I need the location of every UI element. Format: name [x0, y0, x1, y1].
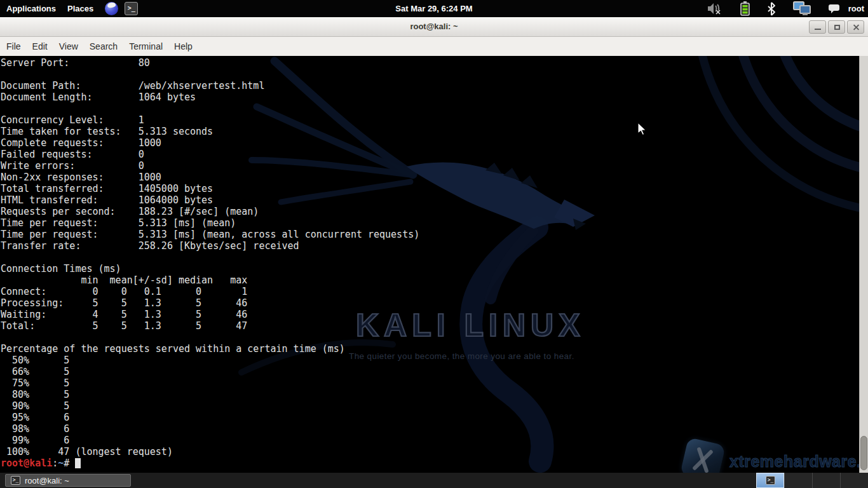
- places-menu[interactable]: Places: [62, 4, 98, 13]
- terminal-content[interactable]: Server Port: 80 Document Path: /web/xhse…: [0, 56, 868, 473]
- terminal-task-icon: >_: [11, 476, 20, 485]
- prompt-colon: :: [52, 458, 58, 469]
- workspace-window-icon: >_: [766, 476, 775, 485]
- menu-help[interactable]: Help: [168, 41, 198, 51]
- terminal-window: root@kali: ~ File Edit View Search Termi…: [0, 17, 868, 473]
- menu-view[interactable]: View: [53, 41, 84, 51]
- workspace-switcher: >_: [756, 473, 868, 488]
- bluetooth-icon[interactable]: [767, 2, 776, 16]
- prompt-path: ~: [58, 458, 64, 469]
- prompt-symbol: #: [64, 458, 69, 469]
- volume-muted-icon[interactable]: [707, 2, 723, 15]
- maximize-icon: [834, 25, 840, 30]
- menu-terminal[interactable]: Terminal: [123, 41, 168, 51]
- maximize-button[interactable]: [828, 20, 845, 34]
- minimize-icon: [815, 29, 821, 30]
- network-icon[interactable]: [793, 1, 811, 16]
- terminal-output: Server Port: 80 Document Path: /web/xhse…: [1, 57, 419, 458]
- workspace-3[interactable]: [812, 473, 840, 488]
- taskbar-item-label: root@kali: ~: [25, 476, 69, 485]
- mouse-cursor: [637, 122, 648, 136]
- battery-icon[interactable]: [740, 1, 750, 16]
- gnome-bottom-panel: >_ root@kali: ~ >_: [0, 473, 868, 488]
- user-menu[interactable]: root: [848, 4, 864, 13]
- terminal-scrollbar[interactable]: [859, 56, 868, 473]
- workspace-2[interactable]: [784, 473, 812, 488]
- close-button[interactable]: [847, 20, 864, 34]
- menu-file[interactable]: File: [1, 41, 27, 51]
- minimize-button[interactable]: [809, 20, 826, 34]
- terminal-launcher-icon[interactable]: >_: [125, 2, 138, 15]
- workspace-4[interactable]: [840, 473, 868, 488]
- window-title: root@kali: ~: [0, 17, 868, 36]
- clock[interactable]: Sat Mar 29, 6:24 PM: [395, 4, 472, 13]
- browser-launcher-icon[interactable]: [105, 2, 118, 15]
- window-titlebar[interactable]: root@kali: ~: [0, 17, 868, 37]
- terminal-menubar: File Edit View Search Terminal Help: [0, 37, 868, 56]
- notifications-icon[interactable]: [828, 3, 840, 15]
- terminal-text: Server Port: 80 Document Path: /web/xhse…: [0, 56, 868, 469]
- terminal-cursor: [75, 458, 81, 468]
- applications-menu[interactable]: Applications: [1, 4, 61, 13]
- prompt-user-host: root@kali: [1, 458, 52, 469]
- taskbar-item-terminal[interactable]: >_ root@kali: ~: [5, 474, 131, 487]
- scrollbar-thumb[interactable]: [860, 436, 867, 470]
- menu-edit[interactable]: Edit: [27, 41, 53, 51]
- menu-search[interactable]: Search: [84, 41, 123, 51]
- workspace-1[interactable]: >_: [756, 473, 784, 488]
- gnome-top-panel: Applications Places >_ Sat Mar 29, 6:24 …: [0, 0, 868, 17]
